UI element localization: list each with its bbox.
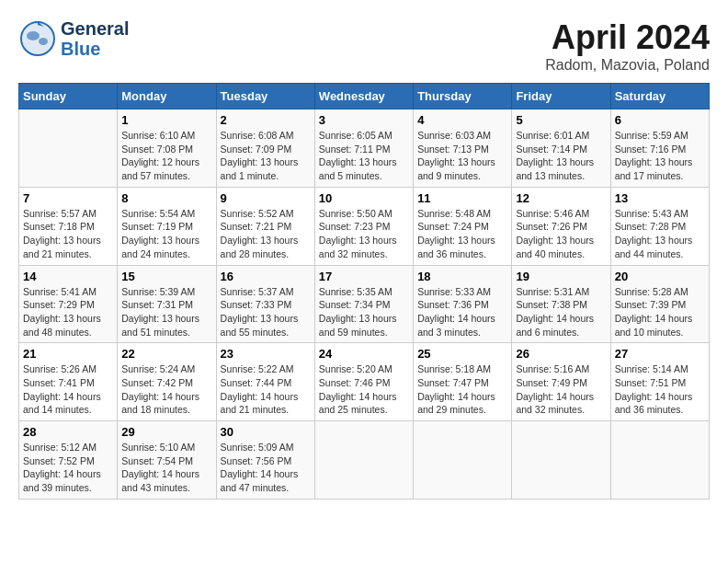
- day-number: 25: [417, 347, 507, 361]
- day-info: Sunrise: 5:24 AMSunset: 7:42 PMDaylight:…: [121, 362, 211, 417]
- calendar-table: SundayMondayTuesdayWednesdayThursdayFrid…: [18, 83, 710, 500]
- calendar-cell: 6Sunrise: 5:59 AMSunset: 7:16 PMDaylight…: [610, 109, 709, 188]
- calendar-cell: 20Sunrise: 5:28 AMSunset: 7:39 PMDayligh…: [610, 265, 709, 343]
- day-info: Sunrise: 6:05 AMSunset: 7:11 PMDaylight:…: [319, 129, 409, 183]
- day-info: Sunrise: 5:48 AMSunset: 7:24 PMDaylight:…: [417, 207, 507, 261]
- week-row-5: 28Sunrise: 5:12 AMSunset: 7:52 PMDayligh…: [19, 421, 710, 500]
- logo-icon: [18, 19, 57, 58]
- calendar-cell: 30Sunrise: 5:09 AMSunset: 7:56 PMDayligh…: [216, 421, 314, 500]
- calendar-body: 1Sunrise: 6:10 AMSunset: 7:08 PMDaylight…: [19, 109, 710, 500]
- day-number: 8: [121, 191, 211, 205]
- day-number: 29: [121, 425, 211, 439]
- calendar-cell: 10Sunrise: 5:50 AMSunset: 7:23 PMDayligh…: [314, 187, 413, 265]
- day-info: Sunrise: 6:10 AMSunset: 7:08 PMDaylight:…: [121, 129, 211, 183]
- day-header-monday: Monday: [118, 84, 216, 109]
- svg-point-3: [39, 38, 48, 45]
- day-info: Sunrise: 5:26 AMSunset: 7:41 PMDaylight:…: [23, 362, 113, 417]
- day-number: 12: [516, 191, 606, 205]
- calendar-cell: 23Sunrise: 5:22 AMSunset: 7:44 PMDayligh…: [216, 343, 314, 421]
- logo-text: General Blue: [61, 18, 129, 59]
- day-info: Sunrise: 5:10 AMSunset: 7:54 PMDaylight:…: [121, 441, 211, 495]
- day-number: 23: [221, 347, 311, 361]
- day-info: Sunrise: 5:20 AMSunset: 7:46 PMDaylight:…: [319, 362, 409, 417]
- day-info: Sunrise: 5:37 AMSunset: 7:33 PMDaylight:…: [221, 285, 311, 339]
- calendar-cell: 1Sunrise: 6:10 AMSunset: 7:08 PMDaylight…: [118, 109, 216, 188]
- day-info: Sunrise: 5:18 AMSunset: 7:47 PMDaylight:…: [417, 362, 507, 417]
- logo: General Blue: [18, 18, 129, 59]
- day-number: 27: [615, 347, 705, 361]
- calendar-cell: 27Sunrise: 5:14 AMSunset: 7:51 PMDayligh…: [610, 343, 709, 421]
- day-number: 2: [221, 113, 311, 127]
- day-number: 16: [221, 270, 311, 283]
- day-number: 14: [23, 270, 113, 283]
- day-header-wednesday: Wednesday: [314, 84, 413, 109]
- day-number: 3: [319, 113, 409, 127]
- calendar-cell: 12Sunrise: 5:46 AMSunset: 7:26 PMDayligh…: [512, 187, 610, 265]
- calendar-cell: 24Sunrise: 5:20 AMSunset: 7:46 PMDayligh…: [314, 343, 413, 421]
- day-number: 26: [516, 347, 606, 361]
- day-header-thursday: Thursday: [414, 84, 512, 109]
- day-info: Sunrise: 5:41 AMSunset: 7:29 PMDaylight:…: [23, 285, 113, 339]
- day-info: Sunrise: 6:08 AMSunset: 7:09 PMDaylight:…: [221, 129, 311, 183]
- calendar-cell: 3Sunrise: 6:05 AMSunset: 7:11 PMDaylight…: [314, 109, 413, 188]
- week-row-1: 1Sunrise: 6:10 AMSunset: 7:08 PMDaylight…: [19, 109, 710, 188]
- day-number: 30: [221, 425, 311, 439]
- calendar-cell: 11Sunrise: 5:48 AMSunset: 7:24 PMDayligh…: [414, 187, 512, 265]
- day-info: Sunrise: 5:50 AMSunset: 7:23 PMDaylight:…: [319, 207, 409, 261]
- calendar-cell: 22Sunrise: 5:24 AMSunset: 7:42 PMDayligh…: [118, 343, 216, 421]
- day-header-tuesday: Tuesday: [216, 84, 314, 109]
- day-info: Sunrise: 5:46 AMSunset: 7:26 PMDaylight:…: [516, 207, 606, 261]
- day-info: Sunrise: 5:35 AMSunset: 7:34 PMDaylight:…: [319, 285, 409, 339]
- day-info: Sunrise: 5:12 AMSunset: 7:52 PMDaylight:…: [23, 441, 113, 495]
- day-number: 1: [121, 113, 211, 127]
- day-number: 7: [23, 191, 113, 205]
- day-header-saturday: Saturday: [610, 84, 709, 109]
- calendar-cell: 8Sunrise: 5:54 AMSunset: 7:19 PMDaylight…: [118, 187, 216, 265]
- day-number: 10: [319, 191, 409, 205]
- day-info: Sunrise: 5:09 AMSunset: 7:56 PMDaylight:…: [221, 441, 311, 495]
- day-number: 21: [23, 347, 113, 361]
- week-row-2: 7Sunrise: 5:57 AMSunset: 7:18 PMDaylight…: [19, 187, 710, 265]
- calendar-cell: 16Sunrise: 5:37 AMSunset: 7:33 PMDayligh…: [216, 265, 314, 343]
- day-number: 13: [615, 191, 705, 205]
- calendar-cell: 19Sunrise: 5:31 AMSunset: 7:38 PMDayligh…: [512, 265, 610, 343]
- day-number: 28: [23, 425, 113, 439]
- calendar-title: April 2024: [545, 18, 710, 57]
- week-row-3: 14Sunrise: 5:41 AMSunset: 7:29 PMDayligh…: [19, 265, 710, 343]
- title-block: April 2024 Radom, Mazovia, Poland: [545, 18, 710, 74]
- day-number: 17: [319, 270, 409, 283]
- day-info: Sunrise: 6:01 AMSunset: 7:14 PMDaylight:…: [516, 129, 606, 183]
- day-info: Sunrise: 6:03 AMSunset: 7:13 PMDaylight:…: [417, 129, 507, 183]
- calendar-cell: 29Sunrise: 5:10 AMSunset: 7:54 PMDayligh…: [118, 421, 216, 500]
- day-number: 5: [516, 113, 606, 127]
- page-header: General Blue April 2024 Radom, Mazovia, …: [18, 18, 710, 74]
- calendar-cell: [314, 421, 413, 500]
- day-info: Sunrise: 5:43 AMSunset: 7:28 PMDaylight:…: [615, 207, 705, 261]
- day-info: Sunrise: 5:39 AMSunset: 7:31 PMDaylight:…: [121, 285, 211, 339]
- calendar-cell: 17Sunrise: 5:35 AMSunset: 7:34 PMDayligh…: [314, 265, 413, 343]
- day-number: 20: [615, 270, 705, 283]
- day-info: Sunrise: 5:28 AMSunset: 7:39 PMDaylight:…: [615, 285, 705, 339]
- day-number: 22: [121, 347, 211, 361]
- calendar-cell: 9Sunrise: 5:52 AMSunset: 7:21 PMDaylight…: [216, 187, 314, 265]
- calendar-cell: 25Sunrise: 5:18 AMSunset: 7:47 PMDayligh…: [414, 343, 512, 421]
- day-info: Sunrise: 5:33 AMSunset: 7:36 PMDaylight:…: [417, 285, 507, 339]
- calendar-cell: 28Sunrise: 5:12 AMSunset: 7:52 PMDayligh…: [19, 421, 118, 500]
- day-info: Sunrise: 5:57 AMSunset: 7:18 PMDaylight:…: [23, 207, 113, 261]
- day-header-friday: Friday: [512, 84, 610, 109]
- day-number: 9: [221, 191, 311, 205]
- calendar-cell: 26Sunrise: 5:16 AMSunset: 7:49 PMDayligh…: [512, 343, 610, 421]
- day-info: Sunrise: 5:14 AMSunset: 7:51 PMDaylight:…: [615, 362, 705, 417]
- calendar-cell: 2Sunrise: 6:08 AMSunset: 7:09 PMDaylight…: [216, 109, 314, 188]
- day-info: Sunrise: 5:31 AMSunset: 7:38 PMDaylight:…: [516, 285, 606, 339]
- week-row-4: 21Sunrise: 5:26 AMSunset: 7:41 PMDayligh…: [19, 343, 710, 421]
- calendar-subtitle: Radom, Mazovia, Poland: [545, 57, 710, 74]
- calendar-cell: 18Sunrise: 5:33 AMSunset: 7:36 PMDayligh…: [414, 265, 512, 343]
- day-number: 4: [417, 113, 507, 127]
- calendar-cell: [19, 109, 118, 188]
- svg-point-2: [27, 31, 40, 40]
- day-number: 6: [615, 113, 705, 127]
- calendar-cell: 15Sunrise: 5:39 AMSunset: 7:31 PMDayligh…: [118, 265, 216, 343]
- calendar-cell: 5Sunrise: 6:01 AMSunset: 7:14 PMDaylight…: [512, 109, 610, 188]
- day-number: 11: [417, 191, 507, 205]
